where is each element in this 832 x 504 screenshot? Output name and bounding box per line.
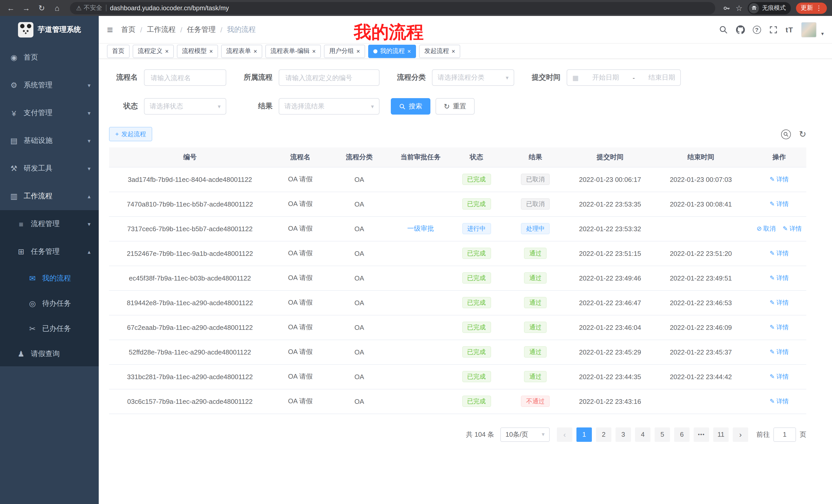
tab-process-form-edit[interactable]: 流程表单-编辑 × bbox=[265, 45, 321, 58]
sidebar-toggle-icon[interactable]: ≡ bbox=[107, 24, 113, 35]
fullscreen-icon[interactable] bbox=[769, 25, 778, 34]
page-button-6[interactable]: 6 bbox=[674, 427, 690, 442]
caret-down-icon[interactable]: ▾ bbox=[821, 31, 824, 36]
tab-user-group[interactable]: 用户分组 × bbox=[324, 45, 365, 58]
home-icon[interactable]: ⌂ bbox=[51, 0, 63, 16]
close-icon[interactable]: × bbox=[451, 48, 455, 55]
goto-page-input[interactable] bbox=[773, 427, 796, 442]
toggle-search-button[interactable] bbox=[781, 129, 791, 139]
current-task-link[interactable]: 一级审批 bbox=[407, 225, 434, 232]
close-icon[interactable]: × bbox=[356, 48, 360, 55]
sidebar-item-task-mgmt[interactable]: ⊞ 任务管理 ▴ bbox=[0, 238, 99, 265]
github-icon[interactable] bbox=[736, 25, 745, 34]
back-icon[interactable]: ← bbox=[5, 0, 17, 16]
sidebar-item-my-process[interactable]: ✉ 我的流程 bbox=[0, 265, 99, 291]
detail-action-button[interactable]: ✎详情 bbox=[770, 372, 788, 381]
detail-action-button[interactable]: ✎详情 bbox=[770, 397, 788, 405]
detail-action-button[interactable]: ✎详情 bbox=[770, 175, 788, 184]
result-badge: 已取消 bbox=[521, 198, 550, 209]
sidebar-item-done-tasks[interactable]: ✂ 已办任务 bbox=[0, 316, 99, 341]
sidebar-item-devtools[interactable]: ⚒ 研发工具 ▾ bbox=[0, 155, 99, 183]
start-process-button[interactable]: + 发起流程 bbox=[109, 127, 152, 141]
breadcrumb-task-mgmt[interactable]: 任务管理 bbox=[187, 25, 216, 34]
page-button-4[interactable]: 4 bbox=[635, 427, 650, 442]
app-logo[interactable]: 芋道管理系统 bbox=[0, 16, 99, 44]
tools-icon: ⚒ bbox=[8, 164, 20, 173]
prev-page-button[interactable]: ‹ bbox=[557, 427, 572, 442]
edit-icon: ✎ bbox=[770, 348, 775, 356]
close-icon[interactable]: × bbox=[407, 48, 411, 55]
more-pages-button[interactable]: ••• bbox=[694, 427, 709, 442]
status-select[interactable]: 请选择状态 ▾ bbox=[144, 98, 226, 115]
page-size-select[interactable]: 10条/页 ▾ bbox=[500, 427, 550, 442]
status-badge: 已完成 bbox=[462, 248, 491, 259]
app-header: ≡ 首页 / 工作流程 / 任务管理 / 我的流程 我的流程 bbox=[99, 16, 832, 44]
sidebar-item-infrastructure[interactable]: ▤ 基础设施 ▾ bbox=[0, 127, 99, 155]
close-icon[interactable]: × bbox=[312, 48, 316, 55]
sidebar-item-leave-query[interactable]: ♟ 请假查询 bbox=[0, 341, 99, 366]
page-button-11[interactable]: 11 bbox=[713, 427, 729, 442]
user-avatar[interactable] bbox=[801, 22, 816, 37]
sidebar-item-home[interactable]: ◉ 首页 bbox=[0, 44, 99, 72]
sidebar-item-system[interactable]: ⚙ 系统管理 ▾ bbox=[0, 72, 99, 99]
next-page-button[interactable]: › bbox=[733, 427, 748, 442]
yen-icon: ¥ bbox=[8, 109, 20, 117]
status-badge: 已完成 bbox=[462, 174, 491, 185]
cancel-action-button[interactable]: ⊘取消 bbox=[757, 224, 776, 233]
reload-icon[interactable]: ↻ bbox=[36, 0, 47, 16]
font-size-icon[interactable]: tT bbox=[786, 25, 794, 34]
reset-button[interactable]: ↻ 重置 bbox=[436, 98, 474, 115]
breadcrumb-home[interactable]: 首页 bbox=[121, 25, 135, 34]
process-definition-input[interactable] bbox=[279, 69, 380, 86]
detail-action-button[interactable]: ✎详情 bbox=[770, 347, 788, 356]
close-icon[interactable]: × bbox=[165, 48, 169, 55]
tab-home[interactable]: 首页 bbox=[107, 45, 130, 58]
browser-menu-icon[interactable]: ⋮ bbox=[815, 4, 822, 12]
tab-process-model[interactable]: 流程模型 × bbox=[177, 45, 218, 58]
category-select[interactable]: 请选择流程分类 ▾ bbox=[432, 69, 514, 86]
help-icon[interactable]: ? bbox=[753, 25, 761, 34]
breadcrumb-workflow[interactable]: 工作流程 bbox=[147, 25, 176, 34]
tab-my-process[interactable]: 我的流程 × bbox=[368, 45, 416, 58]
page-button-3[interactable]: 3 bbox=[616, 427, 631, 442]
detail-action-button[interactable]: ✎详情 bbox=[770, 249, 788, 258]
address-bar[interactable]: ⚠ 不安全 dashboard.yudao.iocoder.cn/bpm/tas… bbox=[70, 2, 715, 14]
security-warning-chip[interactable]: ⚠ 不安全 bbox=[76, 4, 102, 12]
close-icon[interactable]: × bbox=[209, 48, 213, 55]
cancel-icon: ⊘ bbox=[757, 225, 762, 232]
list-icon: ≡ bbox=[16, 220, 27, 228]
sidebar-item-payment[interactable]: ¥ 支付管理 ▾ bbox=[0, 99, 99, 127]
process-name-input[interactable] bbox=[144, 69, 226, 86]
goto-label: 前往 bbox=[756, 430, 770, 439]
caret-down-icon: ▾ bbox=[218, 103, 220, 110]
detail-action-button[interactable]: ✎详情 bbox=[770, 298, 788, 307]
omnibox-divider bbox=[106, 5, 106, 11]
submit-time-range-picker[interactable]: ▦ 开始日期 - 结束日期 bbox=[567, 69, 681, 86]
search-icon[interactable] bbox=[719, 25, 728, 34]
tab-start-process[interactable]: 发起流程 × bbox=[419, 45, 460, 58]
page-button-2[interactable]: 2 bbox=[596, 427, 612, 442]
forward-icon[interactable]: → bbox=[21, 0, 32, 16]
sidebar-item-workflow[interactable]: ▥ 工作流程 ▴ bbox=[0, 183, 99, 210]
result-select[interactable]: 请选择流结果 ▾ bbox=[279, 98, 380, 115]
close-icon[interactable]: × bbox=[254, 48, 257, 55]
detail-action-button[interactable]: ✎详情 bbox=[783, 224, 802, 233]
page-button-5[interactable]: 5 bbox=[655, 427, 670, 442]
tab-process-definition[interactable]: 流程定义 × bbox=[133, 45, 174, 58]
table-row: 7470a810-7b9b-11ec-b5b7-acde48001122 OA … bbox=[109, 192, 806, 216]
sidebar: 芋道管理系统 ◉ 首页 ⚙ 系统管理 ▾ ¥ 支付管理 ▾ ▤ bbox=[0, 16, 99, 504]
detail-action-button[interactable]: ✎详情 bbox=[770, 200, 788, 208]
browser-update-button[interactable]: 更新 ⋮ bbox=[796, 2, 827, 13]
chevron-up-icon: ▴ bbox=[88, 193, 90, 200]
tab-process-form[interactable]: 流程表单 × bbox=[221, 45, 262, 58]
sidebar-item-todo-tasks[interactable]: ◎ 待办任务 bbox=[0, 291, 99, 316]
detail-action-button[interactable]: ✎详情 bbox=[770, 274, 788, 282]
detail-action-button[interactable]: ✎详情 bbox=[770, 323, 788, 332]
incognito-profile-chip[interactable]: 无痕模式 bbox=[748, 2, 791, 14]
refresh-table-button[interactable]: ↻ bbox=[799, 130, 807, 138]
page-button-1[interactable]: 1 bbox=[576, 427, 592, 442]
password-key-icon[interactable] bbox=[722, 4, 730, 12]
bookmark-star-icon[interactable]: ☆ bbox=[735, 3, 743, 12]
sidebar-item-process-mgmt[interactable]: ≡ 流程管理 ▾ bbox=[0, 210, 99, 238]
search-button[interactable]: 搜索 bbox=[391, 98, 431, 115]
